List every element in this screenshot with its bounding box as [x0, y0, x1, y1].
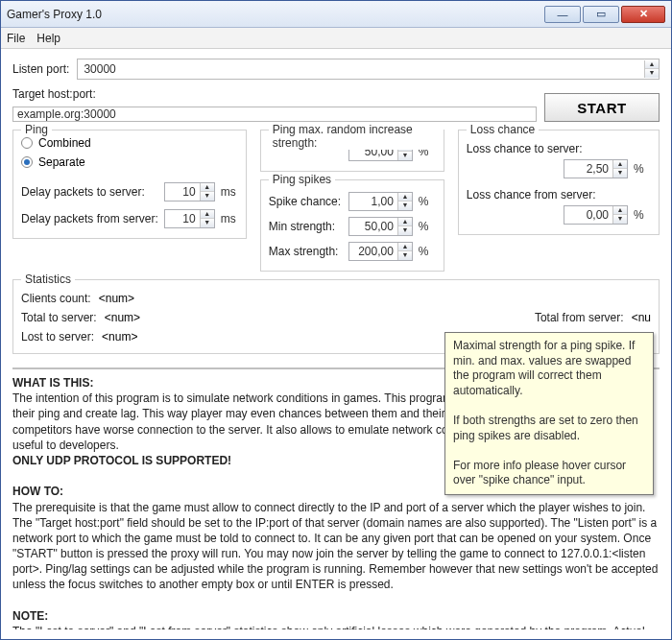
spike-chance-label: Spike chance: [269, 195, 343, 208]
help-h2: HOW TO: [12, 485, 63, 498]
ping-group: Ping Combined Separate Delay packets to … [12, 130, 247, 239]
spike-max-input[interactable]: 200,00▲▼ [348, 242, 413, 261]
stat-lost-to-label: Lost to server: [21, 330, 94, 344]
window-title: Gamer's Proxy 1.0 [7, 8, 544, 21]
target-value: example.org:30000 [17, 107, 116, 121]
radio-combined-dot [21, 137, 33, 149]
delay-to-label: Delay packets to server: [21, 185, 158, 199]
content-area: Listen port: 30000 ▲▼ Target host:port: … [1, 49, 671, 639]
listen-spin[interactable]: ▲▼ [644, 60, 659, 78]
stat-total-from-label: Total from server: [535, 311, 624, 324]
loss-from-input[interactable]: 0,00▲▼ [564, 205, 628, 225]
loss-group: Loss chance Loss chance to server: 2,50▲… [458, 130, 660, 235]
help-h3: NOTE: [12, 609, 48, 623]
start-button[interactable]: START [544, 93, 660, 122]
stat-lost-to-value: <num> [102, 330, 137, 344]
radio-separate[interactable]: Separate [21, 155, 238, 169]
radio-combined[interactable]: Combined [21, 136, 238, 150]
tooltip: Maximal strength for a ping spike. If mi… [444, 332, 654, 495]
menu-file[interactable]: File [7, 32, 25, 45]
ms-unit2: ms [221, 212, 238, 225]
radio-separate-dot [21, 156, 33, 168]
listen-port-input[interactable]: 30000 ▲▼ [77, 59, 660, 80]
radio-combined-label: Combined [38, 136, 91, 150]
titlebar: Gamer's Proxy 1.0 — ▭ ✕ [1, 1, 671, 28]
help-p2: The prerequisite is that the game must a… [12, 501, 658, 592]
loss-to-label: Loss chance to server: [467, 142, 583, 155]
stat-total-to-label: Total to server: [21, 311, 97, 324]
delay-from-input[interactable]: 10▲▼ [164, 209, 215, 228]
radio-separate-label: Separate [38, 155, 85, 169]
loss-to-input[interactable]: 2,50▲▼ [564, 159, 628, 178]
close-button[interactable]: ✕ [621, 6, 665, 23]
spikes-group: Ping spikes Spike chance: 1,00▲▼ % Min s… [260, 179, 444, 272]
help-p3: The "Lost to server" and "Lost from serv… [12, 625, 645, 629]
spike-max-label: Max strength: [269, 245, 343, 258]
spike-min-input[interactable]: 50,00▲▼ [348, 217, 413, 236]
app-window: Gamer's Proxy 1.0 — ▭ ✕ File Help Listen… [0, 0, 672, 640]
loss-legend: Loss chance [467, 123, 539, 136]
listen-port-value: 30000 [78, 62, 644, 76]
tooltip-p2: If both strengths are set to zero then p… [453, 414, 645, 443]
target-input[interactable]: example.org:30000 [12, 107, 537, 122]
delay-from-label: Delay packets from server: [21, 212, 158, 225]
target-label: Target host:port: [12, 87, 537, 101]
delay-to-input[interactable]: 10▲▼ [164, 182, 215, 201]
stats-legend: Statistics [21, 273, 75, 286]
stat-total-from-value: <nu [632, 311, 651, 324]
help-h1: WHAT IS THIS: [12, 376, 93, 390]
ping-legend: Ping [21, 123, 52, 136]
menu-help[interactable]: Help [36, 32, 60, 45]
ms-unit: ms [221, 185, 238, 199]
help-p1b: ONLY UDP PROTOCOL IS SUPPORTED! [12, 454, 231, 467]
pingmax-legend: Ping max. random increase strength: [269, 123, 444, 150]
pingmax-group: Ping max. random increase strength: 50,0… [260, 130, 444, 172]
listen-label: Listen port: [12, 62, 69, 76]
spike-min-label: Min strength: [269, 220, 343, 233]
spikes-legend: Ping spikes [269, 173, 335, 186]
tooltip-p3: For more info please hover cursor over "… [453, 459, 645, 488]
loss-from-label: Loss chance from server: [467, 188, 596, 201]
listen-row: Listen port: 30000 ▲▼ [12, 59, 660, 80]
stat-total-to-value: <num> [105, 311, 140, 324]
window-buttons: — ▭ ✕ [544, 6, 665, 23]
maximize-button[interactable]: ▭ [583, 6, 619, 23]
tooltip-p1: Maximal strength for a ping spike. If mi… [453, 339, 645, 398]
menubar: File Help [1, 28, 671, 49]
spike-chance-input[interactable]: 1,00▲▼ [348, 192, 413, 211]
minimize-button[interactable]: — [544, 6, 581, 23]
stat-clients-value: <num> [99, 292, 134, 305]
stat-clients-label: Clients count: [21, 292, 91, 305]
